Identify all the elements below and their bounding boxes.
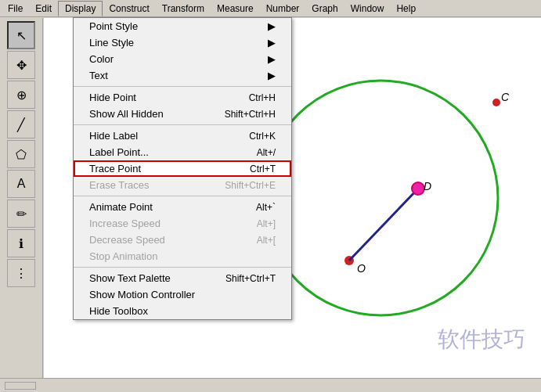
menu-label-point[interactable]: Label Point... Alt+/ [74, 144, 291, 160]
menu-line-style[interactable]: Line Style ▶ [74, 34, 291, 51]
menu-window[interactable]: Window [344, 2, 391, 16]
display-dropdown: Point Style ▶ Line Style ▶ Color ▶ Text … [73, 17, 292, 320]
tool-pen[interactable]: ✏ [7, 200, 35, 228]
separator-2 [74, 124, 291, 125]
menu-show-motion-controller[interactable]: Show Motion Controller [74, 286, 291, 303]
menu-color[interactable]: Color ▶ [74, 51, 291, 67]
menu-construct[interactable]: Construct [103, 2, 155, 16]
menu-stop-animation[interactable]: Stop Animation [74, 248, 291, 264]
menu-increase-speed[interactable]: Increase Speed Alt+] [74, 215, 291, 232]
tool-info[interactable]: ℹ [7, 229, 35, 257]
menu-animate-point[interactable]: Animate Point Alt+` [74, 199, 291, 215]
menu-transform[interactable]: Transform [156, 2, 211, 16]
submenu-arrow: ▶ [268, 70, 276, 81]
tool-translate[interactable]: ✥ [7, 51, 35, 79]
menu-text[interactable]: Text ▶ [74, 67, 291, 84]
menu-show-text-palette[interactable]: Show Text Palette Shift+Ctrl+T [74, 270, 291, 286]
submenu-arrow: ▶ [268, 20, 276, 32]
menu-show-all-hidden[interactable]: Show All Hidden Shift+Ctrl+H [74, 106, 291, 122]
svg-text:O: O [357, 262, 366, 275]
svg-point-3 [492, 99, 500, 106]
svg-line-5 [349, 189, 418, 261]
svg-point-0 [263, 81, 498, 315]
menu-measure[interactable]: Measure [211, 2, 260, 16]
menu-trace-point[interactable]: Trace Point Ctrl+T [74, 160, 291, 177]
svg-text:D: D [424, 180, 431, 192]
submenu-arrow: ▶ [268, 53, 276, 65]
svg-text:C: C [501, 91, 510, 103]
statusbar [0, 378, 541, 392]
separator-4 [74, 267, 291, 268]
menu-graph[interactable]: Graph [305, 2, 344, 16]
tool-polygon[interactable]: ⬠ [7, 140, 35, 168]
menu-help[interactable]: Help [390, 2, 422, 16]
svg-point-6 [412, 182, 424, 195]
menu-display[interactable]: Display [58, 1, 103, 16]
left-toolbar: ↖ ✥ ⊕ ╱ ⬠ A ✏ ℹ ⋮ [0, 18, 43, 378]
tool-text[interactable]: A [7, 170, 35, 198]
tool-select[interactable]: ↖ [7, 21, 35, 49]
scrollbar-thumb[interactable] [5, 382, 36, 390]
separator-3 [74, 196, 291, 196]
menu-number[interactable]: Number [260, 2, 306, 16]
separator-1 [74, 86, 291, 87]
menu-hide-toolbox[interactable]: Hide Toolbox [74, 303, 291, 319]
tool-line[interactable]: ╱ [7, 110, 35, 138]
menu-file[interactable]: File [2, 2, 29, 16]
tool-more[interactable]: ⋮ [7, 259, 35, 287]
menu-edit[interactable]: Edit [29, 2, 58, 16]
menu-erase-traces[interactable]: Erase Traces Shift+Ctrl+E [74, 177, 291, 193]
menu-decrease-speed[interactable]: Decrease Speed Alt+[ [74, 232, 291, 248]
menu-point-style[interactable]: Point Style ▶ [74, 18, 291, 34]
menubar: File Edit Display Construct Transform Me… [0, 0, 541, 17]
submenu-arrow: ▶ [268, 37, 276, 49]
statusbar-scroll[interactable] [3, 379, 538, 392]
menu-hide-point[interactable]: Hide Point Ctrl+H [74, 89, 291, 106]
menu-hide-label[interactable]: Hide Label Ctrl+K [74, 128, 291, 144]
tool-point[interactable]: ⊕ [7, 81, 35, 109]
